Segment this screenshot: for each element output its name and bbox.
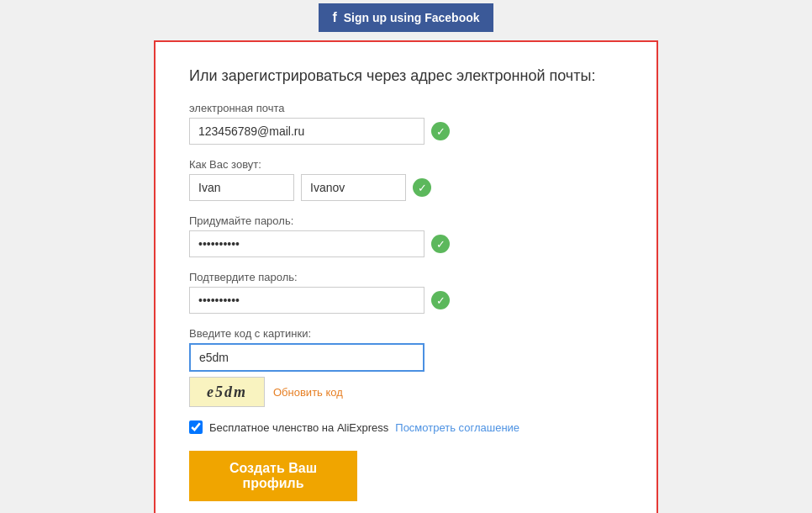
captcha-label: Введите код с картинки: [189,327,623,340]
captcha-input[interactable] [189,343,424,372]
agreement-text: Бесплатное членство на AliExpress [209,421,388,434]
name-field-row: ✓ [189,174,623,201]
email-input[interactable] [189,118,424,145]
registration-form: Или зарегистрироваться через адрес элект… [154,40,658,513]
password-label: Придумайте пароль: [189,214,623,227]
captcha-image: e5dm [189,377,265,407]
name-check-icon: ✓ [413,178,431,197]
last-name-input[interactable] [301,174,406,201]
facebook-icon: f [332,10,336,25]
agreement-row: Бесплатное членство на AliExpress Посмот… [189,420,623,434]
password-check-icon: ✓ [431,235,450,253]
name-label: Как Вас зовут: [189,158,623,171]
password-group: Придумайте пароль: ✓ [189,214,623,257]
email-field-row: ✓ [189,118,623,145]
confirm-password-input[interactable] [189,287,424,314]
confirm-password-group: Подтвердите пароль: ✓ [189,271,623,314]
password-field-row: ✓ [189,230,623,257]
email-check-icon: ✓ [431,122,450,140]
agreement-checkbox[interactable] [189,420,203,434]
email-label: электронная почта [189,102,623,114]
captcha-group: Введите код с картинки: e5dm Обновить ко… [189,327,623,407]
confirm-password-label: Подтвердите пароль: [189,271,623,283]
facebook-btn-label: Sign up using Facebook [344,11,480,24]
first-name-input[interactable] [189,174,294,201]
name-group: Как Вас зовут: ✓ [189,158,623,201]
submit-button[interactable]: Создать Ваш профиль [189,451,357,501]
captcha-image-row: e5dm Обновить код [189,377,623,407]
confirm-password-field-row: ✓ [189,287,623,314]
captcha-input-row [189,343,623,372]
form-title: Или зарегистрироваться через адрес элект… [189,67,623,85]
password-input[interactable] [189,230,424,257]
page-wrapper: f Sign up using Facebook Или зарегистрир… [0,0,812,513]
refresh-captcha-link[interactable]: Обновить код [273,386,343,399]
agreement-link[interactable]: Посмотреть соглашение [395,421,519,434]
facebook-signup-button[interactable]: f Sign up using Facebook [319,3,493,32]
email-group: электронная почта ✓ [189,102,623,145]
confirm-password-check-icon: ✓ [431,291,450,309]
